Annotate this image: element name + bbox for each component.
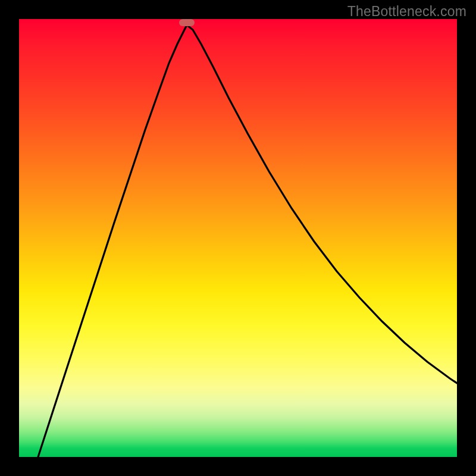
- plot-area: [19, 19, 457, 457]
- bottleneck-curve: [19, 19, 457, 457]
- attribution-text: TheBottleneck.com: [347, 4, 466, 20]
- chart-frame: TheBottleneck.com: [0, 0, 476, 476]
- optimum-marker: [179, 19, 195, 26]
